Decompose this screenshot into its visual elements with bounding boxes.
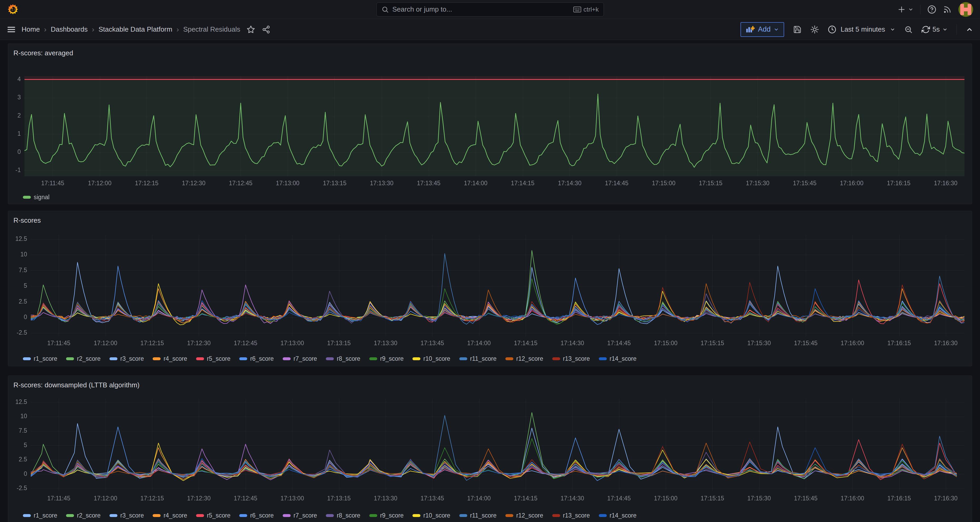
legend-swatch	[153, 514, 161, 517]
save-dashboard-button[interactable]	[793, 25, 802, 34]
add-panel-button[interactable]: Add	[740, 22, 784, 37]
save-icon	[793, 25, 802, 34]
breadcrumb-item-dashboards[interactable]: Dashboards	[51, 25, 88, 34]
legend-item-r5_score[interactable]: r5_score	[196, 512, 230, 519]
time-range-label: Last 5 minutes	[840, 25, 885, 34]
legend-item-r10_score[interactable]: r10_score	[412, 355, 450, 362]
legend-item-r5_score[interactable]: r5_score	[196, 355, 230, 362]
legend-label: r1_score	[34, 512, 57, 519]
legend-label: r13_score	[563, 512, 590, 519]
share-button[interactable]	[262, 25, 270, 34]
mega-menu-toggle[interactable]	[7, 25, 16, 34]
collapse-toolbar-button[interactable]	[966, 26, 973, 33]
chevron-down-icon	[890, 27, 895, 32]
legend-item-signal[interactable]: signal	[23, 194, 49, 201]
legend-item-r13_score[interactable]: r13_score	[552, 512, 590, 519]
legend-item-r6_score[interactable]: r6_score	[239, 355, 274, 362]
dashboard-toolbar: Home›Dashboards›Stackable Data Platform›…	[0, 19, 980, 40]
legend-item-r3_score[interactable]: r3_score	[110, 512, 144, 519]
legend-item-r6_score[interactable]: r6_score	[239, 512, 274, 519]
legend-item-r1_score[interactable]: r1_score	[23, 355, 57, 362]
refresh-interval-label: 5s	[932, 25, 940, 34]
legend-swatch	[196, 514, 204, 517]
legend-item-r13_score[interactable]: r13_score	[552, 355, 590, 362]
panel-title[interactable]: R-scores: downsampled (LTTB algorithm)	[13, 381, 140, 389]
news-button[interactable]	[943, 5, 951, 14]
add-panel-icon	[746, 26, 755, 34]
panel-header: R-scores: downsampled (LTTB algorithm)	[8, 376, 972, 394]
chevron-down-icon	[908, 7, 913, 12]
breadcrumb-item-home[interactable]: Home	[22, 25, 40, 34]
panel-title[interactable]: R-scores	[13, 216, 41, 225]
legend-label: r3_score	[120, 355, 144, 362]
legend-swatch	[412, 514, 420, 517]
r-scores-averaged-chart[interactable]	[8, 62, 972, 191]
r-scores-chart[interactable]	[8, 230, 972, 351]
legend-item-r10_score[interactable]: r10_score	[412, 512, 450, 519]
r-scores-downsampled-chart[interactable]	[8, 394, 972, 508]
legend-swatch	[196, 357, 204, 360]
legend-swatch	[552, 514, 560, 517]
legend-swatch	[599, 357, 607, 360]
breadcrumb-separator: ›	[177, 25, 179, 34]
legend-swatch	[459, 514, 467, 517]
clock-icon	[828, 25, 836, 34]
help-button[interactable]	[928, 5, 936, 14]
legend-swatch	[283, 514, 291, 517]
legend-item-r4_score[interactable]: r4_score	[153, 355, 187, 362]
share-icon	[262, 25, 270, 34]
grafana-logo[interactable]	[7, 3, 19, 16]
dashboard-canvas: R-scores: averaged signal R-scores r1_sc…	[0, 40, 980, 522]
legend-label: r5_score	[207, 512, 230, 519]
legend-item-r9_score[interactable]: r9_score	[369, 512, 404, 519]
legend-item-r8_score[interactable]: r8_score	[326, 512, 360, 519]
zoom-out-time-button[interactable]	[904, 25, 913, 34]
keyboard-icon	[573, 6, 581, 13]
legend-item-r9_score[interactable]: r9_score	[369, 355, 404, 362]
legend-item-r7_score[interactable]: r7_score	[283, 355, 317, 362]
legend-item-r7_score[interactable]: r7_score	[283, 512, 317, 519]
legend-item-r11_score[interactable]: r11_score	[459, 512, 497, 519]
legend-item-r1_score[interactable]: r1_score	[23, 512, 57, 519]
favorite-button[interactable]	[247, 25, 255, 34]
star-icon	[247, 25, 255, 34]
search-input[interactable]: Search or jump to... ctrl+k	[376, 2, 604, 17]
legend-label: r10_score	[423, 512, 450, 519]
legend-item-r2_score[interactable]: r2_score	[66, 355, 100, 362]
legend-item-r12_score[interactable]: r12_score	[505, 355, 543, 362]
legend-item-r11_score[interactable]: r11_score	[459, 355, 497, 362]
panel-r-scores-averaged: R-scores: averaged signal	[8, 43, 972, 204]
legend-item-r8_score[interactable]: r8_score	[326, 355, 360, 362]
legend-swatch	[599, 514, 607, 517]
breadcrumb-item-stackable-data-platform[interactable]: Stackable Data Platform	[99, 25, 172, 34]
breadcrumb-separator: ›	[92, 25, 94, 34]
top-navbar: Search or jump to... ctrl+k	[0, 0, 980, 19]
zoom-out-icon	[904, 25, 913, 34]
legend-label: r8_score	[337, 512, 360, 519]
panel-header: R-scores	[8, 211, 972, 230]
legend-label: r6_score	[250, 355, 274, 362]
legend-item-r14_score[interactable]: r14_score	[599, 512, 636, 519]
legend-label: r5_score	[207, 355, 230, 362]
legend-label: r2_score	[77, 512, 100, 519]
legend-item-r12_score[interactable]: r12_score	[505, 512, 543, 519]
breadcrumb-separator: ›	[44, 25, 46, 34]
legend-label: r4_score	[164, 355, 187, 362]
legend-label: r10_score	[423, 355, 450, 362]
legend-item-r14_score[interactable]: r14_score	[599, 355, 636, 362]
legend-item-r2_score[interactable]: r2_score	[66, 512, 100, 519]
new-dropdown-button[interactable]	[897, 6, 913, 13]
dashboard-settings-button[interactable]	[810, 25, 819, 34]
legend-item-r3_score[interactable]: r3_score	[110, 355, 144, 362]
legend-item-r4_score[interactable]: r4_score	[153, 512, 187, 519]
chevron-up-icon	[966, 26, 973, 33]
legend-label: r14_score	[609, 355, 636, 362]
search-icon	[382, 6, 389, 13]
legend-label: r3_score	[120, 512, 144, 519]
panel-title[interactable]: R-scores: averaged	[13, 49, 73, 57]
user-avatar[interactable]	[958, 2, 973, 17]
refresh-picker[interactable]: 5s	[921, 25, 948, 34]
time-range-picker[interactable]: Last 5 minutes	[828, 25, 895, 34]
legend-label: r4_score	[164, 512, 187, 519]
legend-swatch	[23, 514, 31, 517]
